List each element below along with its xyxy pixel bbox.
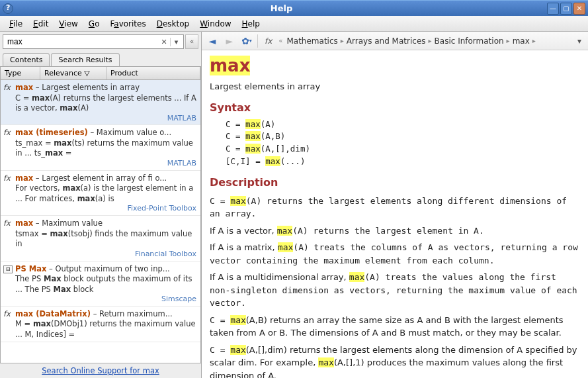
breadcrumb-item[interactable]: max bbox=[513, 36, 530, 46]
menu-favorites[interactable]: Favorites bbox=[105, 17, 151, 30]
minimize-button[interactable]: — bbox=[547, 3, 559, 15]
fx-icon: fx bbox=[3, 218, 15, 229]
search-go-icon[interactable]: ▾ bbox=[170, 38, 182, 46]
menu-help[interactable]: Help bbox=[237, 17, 265, 30]
breadcrumb: Mathematics▸Arrays and Matrices▸Basic In… bbox=[286, 36, 571, 46]
chevron-right-icon: ▸ bbox=[507, 37, 510, 44]
close-button[interactable]: ✕ bbox=[573, 3, 585, 15]
menu-edit[interactable]: Edit bbox=[28, 17, 54, 30]
result-product: MATLAB bbox=[3, 114, 196, 124]
breadcrumb-item[interactable]: Basic Information bbox=[435, 36, 504, 46]
result-product: Simscape bbox=[3, 295, 196, 305]
chevron-right-icon: ▸ bbox=[532, 37, 536, 44]
breadcrumb-item[interactable]: Mathematics bbox=[286, 36, 337, 46]
result-desc: The PS Max block outputs the maximum of … bbox=[15, 274, 196, 295]
tab-search-results[interactable]: Search Results bbox=[51, 53, 119, 66]
nav-toolbar: ◄ ► ✿▾ fx « Mathematics▸Arrays and Matri… bbox=[202, 32, 588, 50]
col-relevance[interactable]: Relevance ▽ bbox=[40, 67, 106, 79]
toolbar-separator bbox=[257, 34, 258, 48]
breadcrumb-item[interactable]: Arrays and Matrices bbox=[347, 36, 426, 46]
menu-file[interactable]: File bbox=[4, 17, 28, 30]
results-header: Type Relevance ▽ Product bbox=[0, 66, 201, 80]
help-app-icon bbox=[3, 3, 13, 14]
result-item[interactable]: fxmax – Largest element in array of fi o… bbox=[1, 171, 200, 216]
search-box[interactable]: ✕ ▾ bbox=[3, 34, 184, 49]
window-title: Help bbox=[17, 3, 546, 13]
right-pane: ◄ ► ✿▾ fx « Mathematics▸Arrays and Matri… bbox=[202, 32, 588, 378]
fx-icon: fx bbox=[3, 128, 15, 138]
left-pane: ✕ ▾ « Contents Search Results Type Relev… bbox=[0, 32, 202, 378]
menu-window[interactable]: Window bbox=[194, 17, 236, 30]
window-titlebar: Help — ▢ ✕ bbox=[0, 0, 588, 16]
online-support-link-row: Search Online Support for max bbox=[0, 363, 201, 378]
col-type[interactable]: Type bbox=[1, 67, 40, 79]
result-desc: M = max(DMObj1) returns the maximum valu… bbox=[15, 319, 196, 340]
syntax-block: C = max(A) C = max(A,B) C = max(A,[],dim… bbox=[226, 118, 580, 168]
chevron-left-icon: « bbox=[278, 37, 282, 44]
page-title: max bbox=[210, 53, 250, 79]
nav-forward-button[interactable]: ► bbox=[223, 34, 236, 48]
result-product: MATLAB bbox=[3, 159, 196, 169]
result-item[interactable]: ⊟PS Max – Output maximum of two inp...Th… bbox=[1, 261, 200, 307]
breadcrumb-dropdown[interactable]: ▾ bbox=[575, 36, 584, 46]
menu-desktop[interactable]: Desktop bbox=[151, 17, 195, 30]
page-lead: Largest elements in array bbox=[210, 80, 580, 93]
chevron-right-icon: ▸ bbox=[341, 37, 344, 44]
desc-p5: C = max(A,B) returns an array the same s… bbox=[210, 314, 580, 340]
menu-go[interactable]: Go bbox=[83, 17, 105, 30]
result-item[interactable]: fxmax (DataMatrix) – Return maximum...M … bbox=[1, 307, 200, 342]
result-desc: tsmax = max(tsobj) finds the maximum val… bbox=[15, 229, 196, 250]
result-desc: For vectors, max(a) is the largest eleme… bbox=[15, 183, 196, 204]
desc-p6: C = max(A,[],dim) returns the largest el… bbox=[210, 344, 580, 379]
description-heading: Description bbox=[210, 175, 580, 191]
search-input[interactable] bbox=[5, 37, 158, 46]
menubar: File Edit View Go Favorites Desktop Wind… bbox=[0, 16, 588, 32]
desc-p4: If A is a multidimensional array, max(A)… bbox=[210, 271, 580, 310]
result-item[interactable]: fxmax – Largest elements in arrayC = max… bbox=[1, 80, 200, 125]
desc-p3: If A is a matrix, max(A) treats the colu… bbox=[210, 241, 580, 267]
result-name: PS Max bbox=[15, 264, 46, 273]
online-support-link[interactable]: Search Online Support for max bbox=[42, 366, 159, 375]
collapse-pane-button[interactable]: « bbox=[185, 34, 198, 49]
nav-back-button[interactable]: ◄ bbox=[206, 34, 219, 48]
tab-contents[interactable]: Contents bbox=[3, 53, 50, 66]
result-desc: ts_max = max(ts) returns the maximum val… bbox=[15, 138, 196, 159]
chevron-right-icon: ▸ bbox=[429, 37, 432, 44]
desc-p2: If A is a vector, max(A) returns the lar… bbox=[210, 224, 580, 238]
fx-icon: fx bbox=[3, 83, 15, 93]
breadcrumb-fx-icon: fx bbox=[262, 36, 274, 46]
tabs: Contents Search Results bbox=[0, 52, 201, 66]
result-name: max (DataMatrix) bbox=[15, 309, 91, 318]
result-name: max bbox=[15, 173, 33, 183]
syntax-heading: Syntax bbox=[210, 100, 580, 116]
result-name: max (timeseries) bbox=[15, 128, 88, 137]
clear-search-icon[interactable]: ✕ bbox=[158, 38, 170, 46]
result-desc: C = max(A) returns the largest elements … bbox=[15, 93, 196, 114]
result-product: Financial Toolbox bbox=[3, 250, 196, 260]
result-item[interactable]: fxmax – Maximum valuetsmax = max(tsobj) … bbox=[1, 216, 200, 261]
menu-view[interactable]: View bbox=[54, 17, 83, 30]
result-name: max bbox=[15, 83, 33, 92]
desc-p1: C = max(A) returns the largest elements … bbox=[210, 195, 580, 220]
doc-body[interactable]: max Largest elements in array Syntax C =… bbox=[202, 50, 588, 378]
sort-desc-icon: ▽ bbox=[84, 69, 89, 77]
result-item[interactable]: fxmax (timeseries) – Maximum value o...t… bbox=[1, 125, 200, 170]
result-product: Fixed-Point Toolbox bbox=[3, 204, 196, 214]
maximize-button[interactable]: ▢ bbox=[560, 3, 572, 15]
result-name: max bbox=[15, 218, 33, 228]
col-product[interactable]: Product bbox=[106, 67, 200, 79]
nav-gear-button[interactable]: ✿▾ bbox=[240, 34, 253, 48]
block-icon: ⊟ bbox=[3, 265, 13, 273]
fx-icon: fx bbox=[3, 173, 15, 184]
fx-icon: fx bbox=[3, 309, 15, 320]
results-list[interactable]: fxmax – Largest elements in arrayC = max… bbox=[0, 80, 201, 363]
